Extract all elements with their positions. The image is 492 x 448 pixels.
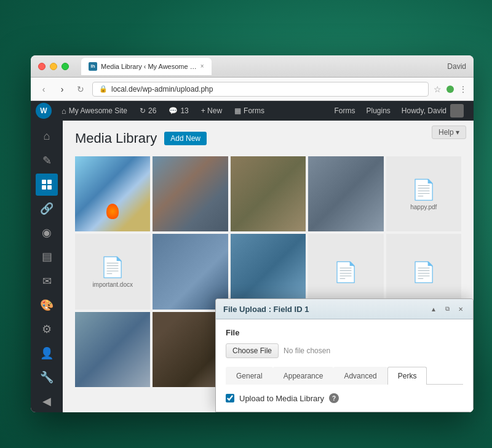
- minimize-window-button[interactable]: [50, 63, 57, 70]
- sidebar-icon-users[interactable]: 👤: [36, 343, 58, 364]
- browser-window: lh Media Library ‹ My Awesome … × David …: [31, 55, 474, 412]
- admin-avatar: [450, 104, 464, 118]
- admin-bar-howdy[interactable]: Howdy, David: [397, 102, 469, 120]
- home-icon: ⌂: [62, 106, 66, 116]
- doc-thumb: 📄 important.docx: [75, 234, 150, 309]
- admin-bar-right: Forms Plugins Howdy, David: [330, 102, 469, 120]
- dialog-popout-button[interactable]: ⧉: [442, 304, 452, 314]
- add-new-button[interactable]: Add New: [164, 132, 207, 145]
- wp-admin-bar: W ⌂ My Awesome Site ↻ 26 💬 13 + New ▦ Fo…: [31, 101, 474, 121]
- forms-label: Forms: [244, 106, 264, 115]
- wp-layout: ⌂ ✎ 🔗 ◉ ▤ ✉ 🎨 ⚙ 👤 🔧 ◀: [31, 121, 474, 412]
- media-item[interactable]: [153, 156, 228, 231]
- sidebar-icon-media[interactable]: [36, 174, 58, 195]
- site-name: My Awesome Site: [69, 106, 127, 115]
- close-window-button[interactable]: [38, 63, 46, 70]
- media-item[interactable]: [75, 312, 150, 387]
- upload-checkbox-label: Upload to Media Library: [239, 394, 324, 403]
- dialog-body: File Choose File No file chosen General …: [216, 319, 473, 412]
- back-button[interactable]: ‹: [37, 84, 50, 94]
- wp-logo[interactable]: W: [36, 103, 52, 119]
- no-file-text: No file chosen: [284, 346, 330, 355]
- comments-count: 13: [180, 106, 188, 115]
- admin-bar-comments[interactable]: 💬 13: [164, 104, 193, 118]
- media-item[interactable]: [75, 156, 150, 231]
- page-title: Media Library: [75, 130, 157, 146]
- upload-help-icon[interactable]: ?: [329, 393, 339, 403]
- comments-icon: 💬: [169, 106, 178, 115]
- sidebar-icon-posts[interactable]: ✎: [36, 150, 58, 171]
- svg-rect-2: [42, 185, 46, 190]
- admin-bar-forms-icon[interactable]: ▦ Forms: [229, 104, 269, 118]
- traffic-lights: [38, 63, 69, 70]
- media-item[interactable]: [231, 156, 306, 231]
- tab-appearance[interactable]: Appearance: [273, 367, 334, 385]
- svg-rect-1: [47, 180, 52, 184]
- forms-plugin-icon: ▦: [234, 106, 241, 115]
- new-label: + New: [201, 106, 222, 115]
- dialog-title: File Upload : Field ID 1: [223, 305, 429, 314]
- tab-title: Media Library ‹ My Awesome …: [101, 63, 197, 70]
- tab-bar: lh Media Library ‹ My Awesome … ×: [81, 58, 447, 75]
- sidebar-icon-appearance[interactable]: 🎨: [36, 294, 58, 316]
- upload-checkbox[interactable]: [226, 394, 234, 402]
- tab-favicon: lh: [89, 62, 97, 71]
- help-button[interactable]: Help ▾: [432, 126, 466, 139]
- wp-sidebar: ⌂ ✎ 🔗 ◉ ▤ ✉ 🎨 ⚙ 👤 🔧 ◀: [31, 121, 63, 412]
- sidebar-icon-dashboard[interactable]: ⌂: [36, 126, 58, 147]
- sidebar-icon-pages[interactable]: ▤: [36, 246, 58, 268]
- document-icon: 📄: [411, 178, 436, 201]
- media-item[interactable]: [308, 156, 383, 231]
- file-input-row: Choose File No file chosen: [226, 343, 463, 358]
- forward-button[interactable]: ›: [55, 84, 69, 94]
- title-bar: lh Media Library ‹ My Awesome … × David: [31, 55, 474, 78]
- dialog-titlebar: File Upload : Field ID 1 ▲ ⧉ ✕: [216, 299, 473, 319]
- sidebar-icon-settings[interactable]: ⚙: [36, 318, 58, 340]
- svg-rect-0: [42, 180, 46, 184]
- sidebar-icon-collapse[interactable]: ◀: [36, 391, 58, 412]
- document-icon: 📄: [411, 260, 436, 284]
- dialog-tabs: General Appearance Advanced Perks: [226, 367, 463, 385]
- document-icon: 📄: [333, 260, 358, 284]
- maximize-window-button[interactable]: [62, 63, 69, 70]
- bookmark-icon[interactable]: ☆: [434, 84, 442, 94]
- choose-file-button[interactable]: Choose File: [226, 343, 279, 358]
- upload-checkbox-row: Upload to Media Library ?: [226, 393, 463, 403]
- doc-thumb: 📄 happy.pdf: [386, 156, 461, 231]
- media-item-docx[interactable]: 📄 important.docx: [75, 234, 150, 309]
- dialog-minimize-button[interactable]: ▲: [429, 304, 438, 314]
- wp-main: Media Library Add New Help ▾ 📄 happy.pdf: [63, 121, 474, 412]
- browser-tab[interactable]: lh Media Library ‹ My Awesome … ×: [81, 58, 212, 75]
- tab-general[interactable]: General: [226, 367, 273, 385]
- doc-name: important.docx: [92, 281, 133, 288]
- tab-advanced[interactable]: Advanced: [333, 367, 387, 385]
- reload-button[interactable]: ↻: [74, 84, 87, 94]
- sidebar-icon-comments[interactable]: ✉: [36, 270, 58, 292]
- svg-rect-3: [47, 185, 52, 190]
- page-header: Media Library Add New: [75, 130, 461, 146]
- admin-bar-site[interactable]: ⌂ My Awesome Site: [57, 104, 132, 118]
- updates-icon: ↻: [140, 106, 146, 115]
- document-icon: 📄: [100, 255, 125, 279]
- tab-perks[interactable]: Perks: [387, 367, 427, 385]
- sidebar-icon-tools[interactable]: 🔧: [36, 367, 58, 388]
- browser-menu-icon[interactable]: ⋮: [459, 84, 467, 94]
- admin-bar-nav-plugins[interactable]: Plugins: [362, 104, 395, 118]
- file-field-label: File: [226, 328, 463, 337]
- url-bar[interactable]: 🔒 local.dev/wp-admin/upload.php: [92, 82, 429, 97]
- sidebar-icon-plugins[interactable]: ◉: [36, 222, 58, 244]
- file-upload-dialog: File Upload : Field ID 1 ▲ ⧉ ✕ File Choo…: [215, 298, 474, 412]
- updates-count: 26: [148, 106, 156, 115]
- address-bar: ‹ › ↻ 🔒 local.dev/wp-admin/upload.php ☆ …: [31, 78, 474, 101]
- user-label: David: [447, 62, 466, 71]
- dialog-close-button[interactable]: ✕: [456, 304, 466, 314]
- admin-bar-updates[interactable]: ↻ 26: [135, 104, 161, 118]
- cast-icon[interactable]: [446, 86, 454, 93]
- media-item-pdf[interactable]: 📄 happy.pdf: [386, 156, 461, 231]
- admin-bar-nav-forms[interactable]: Forms: [330, 104, 360, 118]
- sidebar-icon-links[interactable]: 🔗: [36, 198, 58, 220]
- tab-close-button[interactable]: ×: [200, 63, 204, 70]
- lock-icon: 🔒: [99, 85, 108, 93]
- url-text: local.dev/wp-admin/upload.php: [111, 85, 213, 94]
- admin-bar-new[interactable]: + New: [196, 104, 227, 118]
